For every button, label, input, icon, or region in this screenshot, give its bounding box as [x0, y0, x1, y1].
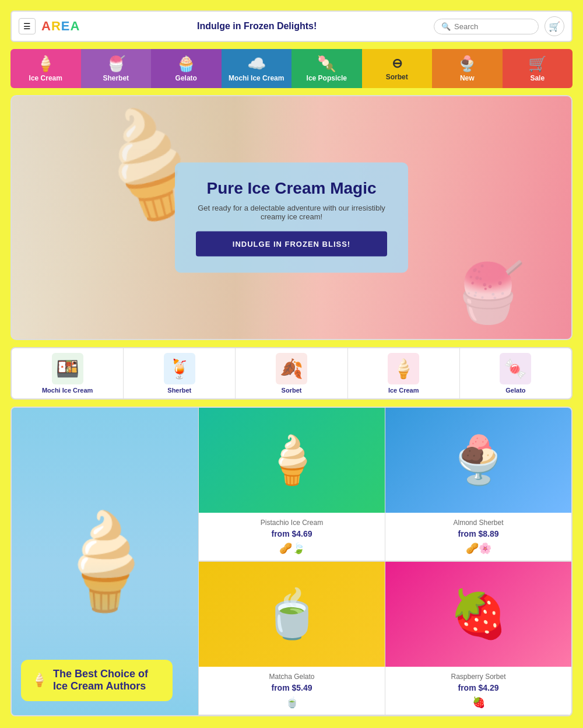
product-grid: 🍦 🍦 The Best Choice of Ice Cream Authors… — [10, 407, 573, 716]
category-sale[interactable]: 🛒 Sale — [503, 49, 573, 88]
category-nav: 🍦 Ice Cream 🍧 Sherbet 🧁 Gelato ☁️ Mochi … — [10, 49, 573, 88]
product-matcha-image: 🍵 — [199, 562, 385, 667]
product-raspberry-icon: 🍓 — [449, 587, 508, 642]
category-mochi[interactable]: ☁️ Mochi Ice Cream — [222, 49, 292, 88]
header: ☰ AREA Indulge in Frozen Delights! 🔍 🛒 — [10, 10, 573, 42]
category-ice-cream[interactable]: 🍦 Ice Cream — [10, 49, 81, 88]
menu-icon: ☰ — [23, 22, 31, 31]
strip-mochi-thumb: 🍱 — [52, 353, 83, 384]
product-hero-badge-icon: 🍦 — [31, 673, 47, 688]
cat-new-icon: 🍨 — [458, 56, 476, 71]
logo-letter-a2: A — [70, 19, 80, 33]
hero-banner: 🍦 🍧 Pure Ice Cream Magic Get ready for a… — [10, 95, 573, 340]
strip-ice-cream-label: Ice Cream — [388, 387, 419, 394]
hero-overlay: Pure Ice Cream Magic Get ready for a del… — [175, 163, 408, 273]
strip-mochi-icon: 🍱 — [56, 358, 79, 380]
category-sherbet[interactable]: 🍧 Sherbet — [81, 49, 152, 88]
cat-popsicle-label: Ice Popsicle — [307, 74, 347, 82]
product-pistachio-image: 🍦 — [199, 408, 385, 513]
search-box[interactable]: 🔍 — [434, 19, 539, 34]
cat-sale-icon: 🛒 — [528, 56, 547, 71]
product-pistachio-name: Pistachio Ice Cream — [206, 519, 378, 527]
product-almond-info: Almond Sherbet from $8.89 🥜🌸 — [385, 513, 571, 561]
product-raspberry-name: Raspberry Sorbet — [392, 673, 564, 681]
product-matcha-info: Matcha Gelato from $5.49 🍵 — [199, 667, 385, 715]
strip-ice-cream-icon: 🍦 — [392, 358, 415, 380]
product-raspberry-tags: 🍓 — [392, 696, 564, 709]
strip-mochi[interactable]: 🍱 Mochi Ice Cream — [12, 348, 124, 398]
product-raspberry-price: from $4.29 — [392, 683, 564, 692]
product-almond[interactable]: 🍨 Almond Sherbet from $8.89 🥜🌸 — [385, 408, 571, 561]
product-pistachio-icon: 🍦 — [263, 433, 321, 488]
strip-ice-cream[interactable]: 🍦 Ice Cream — [348, 348, 460, 398]
product-pistachio[interactable]: 🍦 Pistachio Ice Cream from $4.69 🥜🍃 — [198, 408, 385, 561]
product-pistachio-info: Pistachio Ice Cream from $4.69 🥜🍃 — [199, 513, 385, 561]
cat-gelato-label: Gelato — [175, 74, 197, 82]
search-icon: 🔍 — [441, 22, 451, 31]
cat-popsicle-icon: 🍡 — [317, 56, 336, 71]
product-almond-price: from $8.89 — [392, 529, 564, 538]
hero-subtitle: Get ready for a delectable adventure wit… — [196, 204, 387, 221]
logo-letter-e: E — [61, 19, 71, 33]
category-strip: 🍱 Mochi Ice Cream 🍹 Sherbet 🍂 Sorbet 🍦 I… — [10, 347, 573, 400]
cat-new-label: New — [460, 74, 475, 82]
product-hero-badge: 🍦 The Best Choice of Ice Cream Authors — [21, 660, 173, 701]
logo-letter-a: A — [41, 19, 51, 33]
product-almond-name: Almond Sherbet — [392, 519, 564, 527]
strip-gelato-label: Gelato — [505, 387, 525, 394]
hero-title: Pure Ice Cream Magic — [196, 179, 387, 198]
product-raspberry[interactable]: 🍓 Raspberry Sorbet from $4.29 🍓 — [385, 561, 571, 715]
product-raspberry-image: 🍓 — [385, 562, 571, 667]
product-raspberry-info: Raspberry Sorbet from $4.29 🍓 — [385, 667, 571, 715]
product-almond-image: 🍨 — [385, 408, 571, 513]
product-matcha-icon: 🍵 — [263, 587, 321, 642]
header-title: Indulge in Frozen Delights! — [86, 21, 428, 32]
product-pistachio-tags: 🥜🍃 — [206, 542, 378, 555]
product-hero-badge-text: The Best Choice of Ice Cream Authors — [53, 668, 162, 693]
product-matcha-price: from $5.49 — [206, 683, 378, 692]
product-almond-icon: 🍨 — [449, 433, 508, 488]
category-popsicle[interactable]: 🍡 Ice Popsicle — [292, 49, 362, 88]
product-matcha[interactable]: 🍵 Matcha Gelato from $5.49 🍵 — [198, 561, 385, 715]
strip-sherbet[interactable]: 🍹 Sherbet — [124, 348, 236, 398]
hero-cta-button[interactable]: INDULGE IN FROZEN BLISS! — [196, 232, 387, 257]
product-almond-tags: 🥜🌸 — [392, 542, 564, 555]
cat-sherbet-label: Sherbet — [103, 74, 129, 82]
strip-mochi-label: Mochi Ice Cream — [42, 387, 93, 394]
cat-gelato-icon: 🧁 — [177, 56, 195, 71]
cat-sorbet-icon: ⊖ — [392, 57, 402, 70]
strip-sorbet[interactable]: 🍂 Sorbet — [236, 348, 347, 398]
product-hero-cell: 🍦 🍦 The Best Choice of Ice Cream Authors — [12, 408, 198, 715]
cart-icon: 🛒 — [549, 21, 560, 32]
strip-gelato-icon: 🍬 — [504, 358, 527, 380]
category-sorbet[interactable]: ⊖ Sorbet — [362, 49, 433, 88]
strip-sorbet-thumb: 🍂 — [276, 353, 307, 384]
cat-ice-cream-label: Ice Cream — [29, 74, 62, 82]
cart-button[interactable]: 🛒 — [545, 16, 564, 36]
category-new[interactable]: 🍨 New — [432, 49, 503, 88]
strip-gelato-thumb: 🍬 — [500, 353, 531, 384]
logo: AREA — [41, 19, 80, 34]
strip-sherbet-thumb: 🍹 — [164, 353, 195, 384]
cat-mochi-icon: ☁️ — [247, 56, 266, 71]
cat-sale-label: Sale — [530, 74, 545, 82]
logo-letter-r: R — [51, 19, 61, 33]
strip-sherbet-label: Sherbet — [167, 387, 191, 394]
product-matcha-name: Matcha Gelato — [206, 673, 378, 681]
strip-sorbet-label: Sorbet — [282, 387, 302, 394]
search-input[interactable] — [454, 22, 524, 31]
product-pistachio-price: from $4.69 — [206, 529, 378, 538]
menu-button[interactable]: ☰ — [19, 18, 36, 34]
strip-ice-cream-thumb: 🍦 — [388, 353, 419, 384]
cat-sorbet-label: Sorbet — [386, 73, 408, 81]
strip-gelato[interactable]: 🍬 Gelato — [460, 348, 571, 398]
strip-sorbet-icon: 🍂 — [280, 358, 303, 380]
category-gelato[interactable]: 🧁 Gelato — [151, 49, 222, 88]
cat-mochi-label: Mochi Ice Cream — [229, 74, 284, 82]
product-matcha-tags: 🍵 — [206, 696, 378, 709]
cat-sherbet-icon: 🍧 — [107, 56, 125, 71]
strip-sherbet-icon: 🍹 — [168, 358, 191, 380]
cat-ice-cream-icon: 🍦 — [36, 56, 55, 71]
